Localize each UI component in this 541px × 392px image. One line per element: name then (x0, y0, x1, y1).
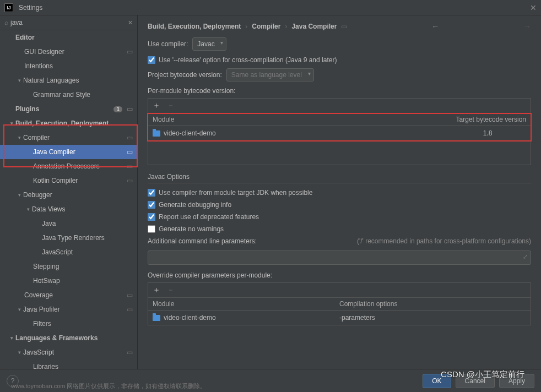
project-scope-icon: ▭ (127, 177, 133, 184)
tree-filters[interactable]: Filters (0, 317, 137, 331)
additional-params-label: Additional command line parameters: (148, 237, 257, 245)
project-scope-icon: ▭ (127, 162, 133, 170)
project-scope-icon: ▭ (127, 306, 133, 313)
expand-icon[interactable]: ⤢ (523, 253, 528, 260)
plugins-badge: 1 (113, 106, 122, 112)
tree-languages-frameworks[interactable]: ▾Languages & Frameworks (0, 331, 137, 345)
module-folder-icon (153, 315, 160, 321)
tree-editor[interactable]: Editor (0, 30, 137, 45)
clear-search-icon[interactable]: ✕ (128, 19, 133, 26)
chevron-down-icon: ▾ (15, 78, 23, 83)
tree-java-compiler[interactable]: Java Compiler▭ (0, 145, 137, 159)
tree-grammar-style[interactable]: Grammar and Style (0, 88, 137, 102)
chevron-down-icon: ▾ (15, 135, 23, 140)
tree-compiler[interactable]: ▾Compiler▭ (0, 130, 137, 145)
close-icon[interactable]: ✕ (530, 3, 537, 12)
add-module-icon[interactable]: ＋ (153, 101, 160, 111)
project-scope-icon: ▭ (127, 134, 133, 141)
caption-text: www.toymoban.com 网络图片仅供展示，非存储，如有侵权请联系删除。 (11, 382, 206, 390)
breadcrumb: Build, Execution, Deployment› Compiler› … (148, 22, 531, 31)
params-hint: ('/' recommended in paths for cross-plat… (357, 237, 531, 245)
module-row[interactable]: video-client-demo 1.8 (148, 126, 531, 140)
chevron-right-icon: › (245, 23, 247, 30)
chevron-right-icon: › (285, 23, 287, 30)
tree-java-type-renderers[interactable]: Java Type Renderers (0, 231, 137, 245)
project-scope-icon: ▭ (341, 23, 347, 30)
per-module-label: Per-module bytecode version: (148, 87, 531, 95)
breadcrumb-bed[interactable]: Build, Execution, Deployment (148, 23, 241, 30)
ok-button[interactable]: OK (423, 374, 451, 388)
module-folder-icon (153, 130, 160, 137)
apply-button[interactable]: Apply (499, 374, 534, 388)
tree-intentions[interactable]: Intentions (0, 59, 137, 73)
tree-hotswap[interactable]: HotSwap (0, 274, 137, 288)
tree-data-views[interactable]: ▾Data Views (0, 202, 137, 216)
title-bar: IJ Settings ✕ (0, 0, 541, 15)
tree-coverage[interactable]: Coverage▭ (0, 288, 137, 302)
tree-build-execution-deployment[interactable]: ▾Build, Execution, Deployment (0, 116, 137, 130)
use-compiler-label: Use compiler: (148, 40, 188, 48)
search-icon: ⌕ (4, 19, 8, 26)
nav-back-icon[interactable]: ← (431, 22, 439, 31)
remove-override-icon: － (167, 285, 175, 295)
override-params-label: Override compiler parameters per-module: (148, 271, 531, 279)
override-row[interactable]: video-client-demo -parameters (148, 311, 531, 325)
override-opts-col: Compilation options (339, 300, 526, 308)
cancel-button[interactable]: Cancel (456, 374, 495, 388)
tree-libraries[interactable]: Libraries (0, 360, 137, 369)
settings-sidebar: ⌕ ✕ Editor GUI Designer▭ Intentions ▾Nat… (0, 15, 138, 369)
target-column-header: Target bytecode version (456, 116, 526, 123)
project-scope-icon: ▭ (127, 291, 133, 299)
tree-stepping[interactable]: Stepping (0, 259, 137, 274)
content-panel: Build, Execution, Deployment› Compiler› … (138, 15, 541, 369)
per-module-table: ＋ － Module Target bytecode version video… (148, 98, 531, 165)
tree-java[interactable]: Java (0, 216, 137, 231)
chevron-down-icon: ▾ (15, 350, 23, 355)
tree-debugger[interactable]: ▾Debugger (0, 188, 137, 202)
no-warnings-checkbox[interactable]: Generate no warnings (148, 225, 531, 233)
project-scope-icon: ▭ (127, 148, 133, 156)
tree-annotation-processors[interactable]: Annotation Processors▭ (0, 159, 137, 173)
generate-debug-checkbox[interactable]: Generate debugging info (148, 201, 531, 209)
chevron-down-icon: ▾ (15, 192, 23, 198)
add-override-icon[interactable]: ＋ (153, 285, 160, 295)
chevron-down-icon: ▾ (24, 206, 32, 212)
tree-javascript-dv[interactable]: JavaScript (0, 245, 137, 259)
tree-javascript[interactable]: ▾JavaScript▭ (0, 345, 137, 360)
tree-java-profiler[interactable]: ▾Java Profiler▭ (0, 302, 137, 317)
additional-params-input[interactable] (148, 251, 531, 265)
tree-kotlin-compiler[interactable]: Kotlin Compiler▭ (0, 173, 137, 188)
project-scope-icon: ▭ (127, 105, 133, 113)
tree-gui-designer[interactable]: GUI Designer▭ (0, 45, 137, 59)
tree-natural-languages[interactable]: ▾Natural Languages (0, 73, 137, 88)
settings-tree: Editor GUI Designer▭ Intentions ▾Natural… (0, 30, 137, 369)
override-module-col: Module (153, 300, 339, 308)
release-option-checkbox[interactable]: Use '--release' option for cross-compila… (148, 56, 531, 64)
chevron-down-icon: ▾ (8, 335, 15, 341)
chevron-down-icon: ▾ (8, 121, 15, 126)
tree-plugins[interactable]: Plugins1▭ (0, 102, 137, 116)
chevron-down-icon: ▾ (15, 307, 23, 312)
nav-forward-icon: → (523, 22, 531, 31)
search-row: ⌕ ✕ (0, 15, 137, 30)
search-input[interactable] (10, 19, 128, 26)
app-logo-icon: IJ (4, 3, 13, 12)
remove-module-icon: － (167, 101, 175, 111)
breadcrumb-java-compiler: Java Compiler (291, 23, 337, 30)
project-bytecode-label: Project bytecode version: (148, 71, 222, 79)
override-table: ＋ － Module Compilation options video-cli… (148, 282, 531, 325)
project-bytecode-select[interactable]: Same as language level (226, 68, 314, 81)
deprecated-checkbox[interactable]: Report use of deprecated features (148, 213, 531, 221)
project-scope-icon: ▭ (127, 48, 133, 56)
window-title: Settings (19, 4, 530, 12)
use-module-jdk-checkbox[interactable]: Use compiler from module target JDK when… (148, 189, 531, 197)
breadcrumb-compiler[interactable]: Compiler (252, 23, 280, 30)
use-compiler-select[interactable]: Javac (192, 37, 226, 51)
module-column-header: Module (153, 116, 456, 123)
javac-options-title: Javac Options (148, 173, 531, 183)
project-scope-icon: ▭ (127, 349, 133, 356)
